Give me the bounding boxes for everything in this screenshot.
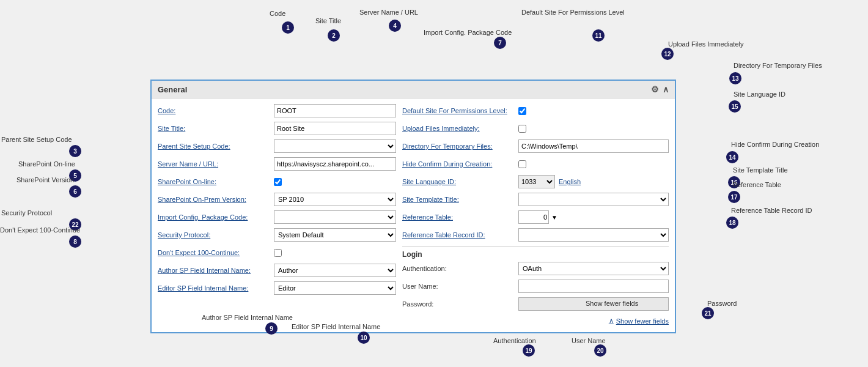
site-language-text[interactable]: English	[559, 178, 581, 185]
lang-row: 1033 English	[518, 175, 581, 188]
editor-sp-label: Editor SP Field Internal Name:	[158, 284, 274, 292]
bubble-15: 15	[729, 100, 741, 113]
authentication-select[interactable]: OAuth	[518, 262, 669, 275]
username-label: User Name:	[402, 283, 518, 290]
import-config-label: Import Config. Package Code:	[158, 213, 274, 221]
code-input[interactable]	[274, 104, 396, 117]
upload-files-label: Upload Files Immediately:	[402, 125, 518, 132]
bubble-10: 10	[358, 332, 370, 344]
dont-expect-row: Don't Expect 100-Continue:	[158, 245, 396, 260]
default-site-checkbox[interactable]	[518, 107, 526, 115]
label-password: Password	[707, 300, 737, 307]
show-fewer-label: Show fewer fields	[616, 317, 669, 325]
reference-table-record-label: Reference Table Record ID:	[402, 231, 518, 239]
label-parent-site: Parent Site Setup Code	[1, 136, 72, 143]
parent-site-select[interactable]	[274, 139, 396, 153]
general-panel: General ⚙ ∧ Code: Site Title: Parent Sit…	[150, 80, 676, 333]
label-server-url: Server Name / URL	[359, 9, 418, 16]
server-url-input[interactable]	[274, 157, 396, 171]
chevron-down-icon[interactable]: ▼	[551, 214, 557, 221]
import-config-row: Import Config. Package Code:	[158, 210, 396, 224]
ref-row: ▼	[518, 210, 557, 224]
site-language-label: Site Language ID:	[402, 178, 518, 185]
directory-temp-input[interactable]	[518, 139, 669, 153]
site-template-select[interactable]	[518, 193, 669, 206]
label-ref-table-record: Reference Table Record ID	[731, 207, 812, 214]
site-language-select[interactable]: 1033	[518, 175, 555, 188]
show-fewer-button[interactable]: ∧ Show fewer fields	[609, 317, 669, 325]
panel-header: General ⚙ ∧	[152, 81, 675, 98]
bubble-11: 11	[592, 29, 605, 42]
site-title-input[interactable]	[274, 122, 396, 135]
sp-online-checkbox[interactable]	[274, 178, 282, 186]
default-site-row: Default Site For Permissions Level:	[402, 103, 669, 118]
label-import-config: Import Config. Package Code	[424, 29, 512, 36]
bubble-9: 9	[265, 322, 278, 335]
default-site-label: Default Site For Permissions Level:	[402, 107, 518, 114]
bubble-13: 13	[729, 72, 741, 84]
label-default-site: Default Site For Permissions Level	[521, 9, 625, 16]
editor-sp-select[interactable]: Editor	[274, 281, 396, 295]
bubble-7: 7	[494, 37, 506, 49]
upload-files-checkbox[interactable]	[518, 125, 526, 133]
login-divider	[402, 246, 669, 247]
label-username: User Name	[572, 337, 606, 344]
site-template-label: Site Template Title:	[402, 196, 518, 203]
label-security-protocol: Security Protocol	[1, 209, 52, 217]
author-sp-label: Author SP Field Internal Name:	[158, 267, 274, 274]
label-code: Code	[270, 10, 285, 17]
hide-confirm-label: Hide Confirm During Creation:	[402, 160, 518, 168]
import-config-select[interactable]	[274, 210, 396, 224]
parent-site-label: Parent Site Setup Code:	[158, 143, 274, 150]
site-template-row: Site Template Title:	[402, 192, 669, 207]
security-protocol-label: Security Protocol:	[158, 231, 274, 239]
bubble-3: 3	[69, 145, 81, 157]
hide-confirm-row: Hide Confirm During Creation:	[402, 157, 669, 171]
dont-expect-checkbox[interactable]	[274, 249, 282, 257]
label-authentication: Authentication	[493, 337, 536, 344]
sp-online-label: SharePoint On-line:	[158, 178, 274, 185]
right-column: Default Site For Permissions Level: Uplo…	[402, 103, 669, 327]
author-sp-select[interactable]: Author	[274, 264, 396, 277]
username-input[interactable]	[518, 280, 669, 293]
reference-table-row: Reference Table: ▼	[402, 210, 669, 224]
hide-confirm-checkbox[interactable]	[518, 160, 526, 168]
label-editor-sp: Editor SP Field Internal Name	[292, 323, 380, 330]
username-row: User Name:	[402, 279, 669, 294]
security-protocol-select[interactable]: System Default	[274, 228, 396, 242]
bubble-4: 4	[389, 20, 401, 32]
reference-table-input[interactable]	[518, 210, 549, 224]
directory-temp-label: Directory For Temporary Files:	[402, 143, 518, 150]
label-site-template: Site Template Title	[733, 166, 788, 174]
collapse-icon[interactable]: ∧	[663, 84, 669, 94]
bubble-6: 6	[69, 185, 81, 198]
reference-table-record-select[interactable]	[518, 228, 669, 242]
label-ref-table: Reference Table	[732, 181, 781, 188]
directory-temp-row: Directory For Temporary Files:	[402, 139, 669, 154]
bubble-8: 8	[69, 235, 81, 248]
reference-table-record-row: Reference Table Record ID:	[402, 228, 669, 242]
bubble-1: 1	[282, 21, 294, 34]
panel-icons: ⚙ ∧	[651, 84, 669, 94]
site-title-label: Site Title:	[158, 125, 274, 132]
authentication-row: Authentication: OAuth	[402, 261, 669, 276]
bubble-2: 2	[328, 29, 340, 42]
panel-body: Code: Site Title: Parent Site Setup Code…	[152, 98, 675, 332]
login-section: Login Authentication: OAuth User Name: P…	[402, 250, 669, 327]
label-author-sp: Author SP Field Internal Name	[202, 314, 293, 321]
server-url-row: Server Name / URL:	[158, 157, 396, 171]
bubble-12: 12	[661, 48, 674, 60]
panel-title: General	[158, 85, 187, 94]
settings-icon[interactable]: ⚙	[651, 84, 659, 94]
code-row: Code:	[158, 103, 396, 118]
bubble-20: 20	[594, 344, 606, 357]
sp-online-row: SharePoint On-line:	[158, 174, 396, 189]
editor-sp-row: Editor SP Field Internal Name: Editor	[158, 281, 396, 295]
server-url-label: Server Name / URL:	[158, 160, 274, 168]
label-site-title: Site Title	[315, 17, 341, 24]
author-sp-row: Author SP Field Internal Name: Author	[158, 263, 396, 278]
sp-version-select[interactable]: SP 2010	[274, 193, 396, 206]
reference-table-label: Reference Table:	[402, 213, 518, 221]
label-directory-temp: Directory For Temporary Files	[734, 62, 822, 69]
upload-files-row: Upload Files Immediately:	[402, 121, 669, 136]
